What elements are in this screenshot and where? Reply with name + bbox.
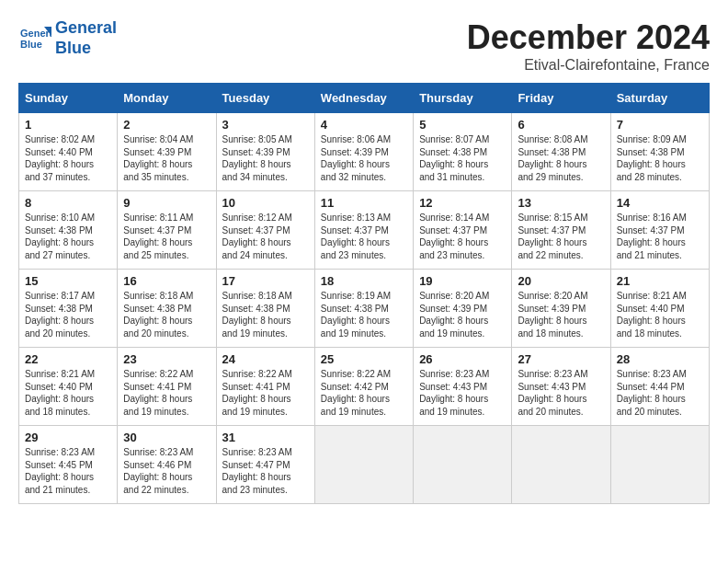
calendar-cell: [512, 426, 610, 504]
date-number: 5: [419, 118, 506, 132]
cell-info: Sunrise: 8:07 AMSunset: 4:38 PMDaylight:…: [419, 133, 506, 183]
cell-info: Sunrise: 8:12 AMSunset: 4:37 PMDaylight:…: [222, 212, 309, 261]
calendar-cell: [414, 426, 512, 504]
date-number: 29: [25, 431, 111, 444]
date-number: 17: [222, 274, 309, 288]
calendar-cell: 6Sunrise: 8:08 AMSunset: 4:38 PMDaylight…: [512, 113, 610, 191]
calendar-cell: 11Sunrise: 8:13 AMSunset: 4:37 PMDayligh…: [314, 191, 413, 270]
calendar-cell: [314, 426, 413, 504]
date-number: 1: [25, 118, 111, 132]
cell-info: Sunrise: 8:05 AMSunset: 4:39 PMDaylight:…: [222, 133, 309, 183]
cell-info: Sunrise: 8:23 AMSunset: 4:45 PMDaylight:…: [25, 446, 111, 496]
cell-info: Sunrise: 8:13 AMSunset: 4:37 PMDaylight:…: [321, 212, 407, 261]
calendar-cell: 29Sunrise: 8:23 AMSunset: 4:45 PMDayligh…: [19, 426, 118, 504]
cell-info: Sunrise: 8:21 AMSunset: 4:40 PMDaylight:…: [25, 368, 111, 418]
cell-info: Sunrise: 8:09 AMSunset: 4:38 PMDaylight:…: [617, 133, 703, 183]
date-number: 7: [617, 118, 703, 132]
date-number: 26: [419, 352, 506, 366]
col-header-thursday: Thursday: [414, 84, 512, 113]
calendar-cell: 22Sunrise: 8:21 AMSunset: 4:40 PMDayligh…: [19, 348, 118, 426]
col-header-tuesday: Tuesday: [216, 84, 314, 113]
logo-icon: General Blue: [18, 22, 51, 55]
calendar-cell: 5Sunrise: 8:07 AMSunset: 4:38 PMDaylight…: [414, 113, 512, 191]
col-header-sunday: Sunday: [19, 84, 118, 113]
calendar-cell: 2Sunrise: 8:04 AMSunset: 4:39 PMDaylight…: [118, 113, 216, 191]
calendar-cell: 15Sunrise: 8:17 AMSunset: 4:38 PMDayligh…: [19, 270, 118, 348]
calendar-cell: 12Sunrise: 8:14 AMSunset: 4:37 PMDayligh…: [414, 191, 512, 270]
date-number: 19: [419, 274, 506, 288]
date-number: 8: [25, 196, 111, 210]
date-number: 6: [518, 118, 604, 132]
date-number: 10: [222, 196, 309, 210]
col-header-friday: Friday: [512, 84, 610, 113]
cell-info: Sunrise: 8:11 AMSunset: 4:37 PMDaylight:…: [123, 212, 210, 261]
date-number: 12: [419, 196, 506, 210]
date-number: 18: [321, 274, 407, 288]
col-header-saturday: Saturday: [610, 84, 709, 113]
cell-info: Sunrise: 8:06 AMSunset: 4:39 PMDaylight:…: [321, 133, 407, 183]
col-header-wednesday: Wednesday: [314, 84, 413, 113]
cell-info: Sunrise: 8:21 AMSunset: 4:40 PMDaylight:…: [617, 290, 703, 339]
cell-info: Sunrise: 8:10 AMSunset: 4:38 PMDaylight:…: [25, 212, 111, 261]
week-row-5: 29Sunrise: 8:23 AMSunset: 4:45 PMDayligh…: [19, 426, 710, 504]
logo-text: General Blue: [55, 18, 117, 58]
date-number: 15: [25, 274, 111, 288]
date-number: 2: [123, 118, 210, 132]
cell-info: Sunrise: 8:23 AMSunset: 4:46 PMDaylight:…: [123, 446, 210, 496]
calendar-cell: 13Sunrise: 8:15 AMSunset: 4:37 PMDayligh…: [512, 191, 610, 270]
calendar-cell: 9Sunrise: 8:11 AMSunset: 4:37 PMDaylight…: [118, 191, 216, 270]
location: Etival-Clairefontaine, France: [467, 57, 710, 74]
calendar-cell: 26Sunrise: 8:23 AMSunset: 4:43 PMDayligh…: [414, 348, 512, 426]
calendar-header-row: SundayMondayTuesdayWednesdayThursdayFrid…: [19, 84, 710, 113]
date-number: 30: [123, 431, 210, 444]
cell-info: Sunrise: 8:23 AMSunset: 4:43 PMDaylight:…: [419, 368, 506, 418]
cell-info: Sunrise: 8:08 AMSunset: 4:38 PMDaylight:…: [518, 133, 604, 183]
calendar-cell: 21Sunrise: 8:21 AMSunset: 4:40 PMDayligh…: [610, 270, 709, 348]
cell-info: Sunrise: 8:23 AMSunset: 4:44 PMDaylight:…: [617, 368, 703, 418]
calendar-cell: 10Sunrise: 8:12 AMSunset: 4:37 PMDayligh…: [216, 191, 314, 270]
calendar-cell: 18Sunrise: 8:19 AMSunset: 4:38 PMDayligh…: [314, 270, 413, 348]
cell-info: Sunrise: 8:23 AMSunset: 4:47 PMDaylight:…: [222, 446, 309, 496]
calendar-cell: 25Sunrise: 8:22 AMSunset: 4:42 PMDayligh…: [314, 348, 413, 426]
cell-info: Sunrise: 8:19 AMSunset: 4:38 PMDaylight:…: [321, 290, 407, 339]
date-number: 28: [617, 352, 703, 366]
week-row-1: 1Sunrise: 8:02 AMSunset: 4:40 PMDaylight…: [19, 113, 710, 191]
cell-info: Sunrise: 8:02 AMSunset: 4:40 PMDaylight:…: [25, 133, 111, 183]
date-number: 22: [25, 352, 111, 366]
date-number: 3: [222, 118, 309, 132]
cell-info: Sunrise: 8:14 AMSunset: 4:37 PMDaylight:…: [419, 212, 506, 261]
calendar-cell: 24Sunrise: 8:22 AMSunset: 4:41 PMDayligh…: [216, 348, 314, 426]
cell-info: Sunrise: 8:17 AMSunset: 4:38 PMDaylight:…: [25, 290, 111, 339]
date-number: 4: [321, 118, 407, 132]
calendar-cell: 20Sunrise: 8:20 AMSunset: 4:39 PMDayligh…: [512, 270, 610, 348]
cell-info: Sunrise: 8:23 AMSunset: 4:43 PMDaylight:…: [518, 368, 604, 418]
calendar-cell: 14Sunrise: 8:16 AMSunset: 4:37 PMDayligh…: [610, 191, 709, 270]
cell-info: Sunrise: 8:22 AMSunset: 4:41 PMDaylight:…: [123, 368, 210, 418]
cell-info: Sunrise: 8:18 AMSunset: 4:38 PMDaylight:…: [123, 290, 210, 339]
week-row-4: 22Sunrise: 8:21 AMSunset: 4:40 PMDayligh…: [19, 348, 710, 426]
cell-info: Sunrise: 8:22 AMSunset: 4:42 PMDaylight:…: [321, 368, 407, 418]
cell-info: Sunrise: 8:20 AMSunset: 4:39 PMDaylight:…: [419, 290, 506, 339]
date-number: 16: [123, 274, 210, 288]
calendar-cell: 30Sunrise: 8:23 AMSunset: 4:46 PMDayligh…: [118, 426, 216, 504]
cell-info: Sunrise: 8:15 AMSunset: 4:37 PMDaylight:…: [518, 212, 604, 261]
cell-info: Sunrise: 8:20 AMSunset: 4:39 PMDaylight:…: [518, 290, 604, 339]
date-number: 25: [321, 352, 407, 366]
week-row-2: 8Sunrise: 8:10 AMSunset: 4:38 PMDaylight…: [19, 191, 710, 270]
cell-info: Sunrise: 8:22 AMSunset: 4:41 PMDaylight:…: [222, 368, 309, 418]
week-row-3: 15Sunrise: 8:17 AMSunset: 4:38 PMDayligh…: [19, 270, 710, 348]
date-number: 13: [518, 196, 604, 210]
logo: General Blue General Blue: [18, 18, 117, 58]
calendar-cell: 17Sunrise: 8:18 AMSunset: 4:38 PMDayligh…: [216, 270, 314, 348]
calendar-cell: 28Sunrise: 8:23 AMSunset: 4:44 PMDayligh…: [610, 348, 709, 426]
calendar-cell: 7Sunrise: 8:09 AMSunset: 4:38 PMDaylight…: [610, 113, 709, 191]
month-title: December 2024: [467, 18, 710, 57]
calendar-cell: 8Sunrise: 8:10 AMSunset: 4:38 PMDaylight…: [19, 191, 118, 270]
cell-info: Sunrise: 8:16 AMSunset: 4:37 PMDaylight:…: [617, 212, 703, 261]
date-number: 31: [222, 431, 309, 444]
date-number: 14: [617, 196, 703, 210]
date-number: 24: [222, 352, 309, 366]
date-number: 9: [123, 196, 210, 210]
date-number: 20: [518, 274, 604, 288]
calendar-cell: 1Sunrise: 8:02 AMSunset: 4:40 PMDaylight…: [19, 113, 118, 191]
